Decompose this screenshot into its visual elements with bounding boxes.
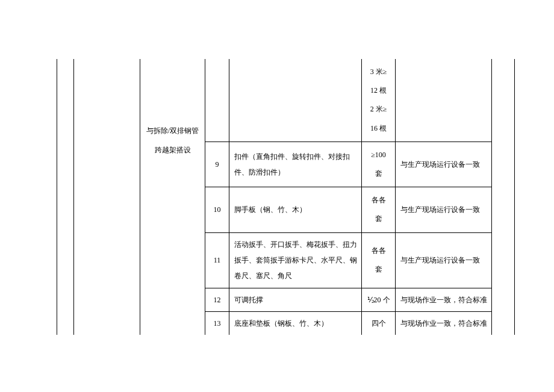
cell-category: 与拆除/双排钢管 跨越架搭设 [140, 59, 205, 335]
cell-qty: ≥100 套 [362, 142, 396, 187]
category-line1: 与拆除/双排钢管 [143, 122, 202, 140]
equipment-table: 与拆除/双排钢管 跨越架搭设 3 米≥ 12 根 2 米≥ 16 根 9 [57, 59, 514, 335]
category-line2: 跨越架搭设 [143, 141, 202, 160]
cell-note: 与现场作业一致，符合标准 [396, 312, 492, 335]
cell-col-h [492, 59, 515, 335]
cell-num: 10 [205, 187, 229, 232]
cell-qty: 各各 套 [362, 232, 396, 288]
table: 与拆除/双排钢管 跨越架搭设 3 米≥ 12 根 2 米≥ 16 根 9 [57, 59, 515, 335]
cell-qty-header: 3 米≥ 12 根 2 米≥ 16 根 [362, 59, 396, 142]
cell-desc: 活动扳手、开口扳手、梅花扳手、扭力扳手、套筒扳手游标卡尺、水平尺、钢卷尺、塞尺、… [229, 232, 362, 288]
cell-desc: 可调托撑 [229, 288, 362, 311]
cell-desc-blank [229, 59, 362, 142]
table-row: 与拆除/双排钢管 跨越架搭设 3 米≥ 12 根 2 米≥ 16 根 [57, 59, 515, 142]
cell-num: 9 [205, 142, 229, 187]
cell-col-b [74, 59, 140, 335]
cell-qty: 各各 套 [362, 187, 396, 232]
cell-qty: 四个 [362, 312, 396, 335]
cell-num: 12 [205, 288, 229, 311]
cell-note: 与现场作业一致，符合标准 [396, 288, 492, 311]
cell-note: 与生产现场运行设备一致 [396, 142, 492, 187]
cell-num: 13 [205, 312, 229, 335]
cell-note: 与生产现场运行设备一致 [396, 232, 492, 288]
cell-desc: 脚手板（钢、竹、木） [229, 187, 362, 232]
cell-col-a [57, 59, 74, 335]
cell-note-blank [396, 59, 492, 142]
cell-qty: ⅟₂20 个 [362, 288, 396, 311]
cell-desc: 底座和垫板（钢板、竹、木） [229, 312, 362, 335]
cell-note: 与生产现场运行设备一致 [396, 187, 492, 232]
cell-num: 11 [205, 232, 229, 288]
cell-desc: 扣件（直角扣件、旋转扣件、对接扣件、防滑扣件） [229, 142, 362, 187]
cell-num-blank [205, 59, 229, 142]
